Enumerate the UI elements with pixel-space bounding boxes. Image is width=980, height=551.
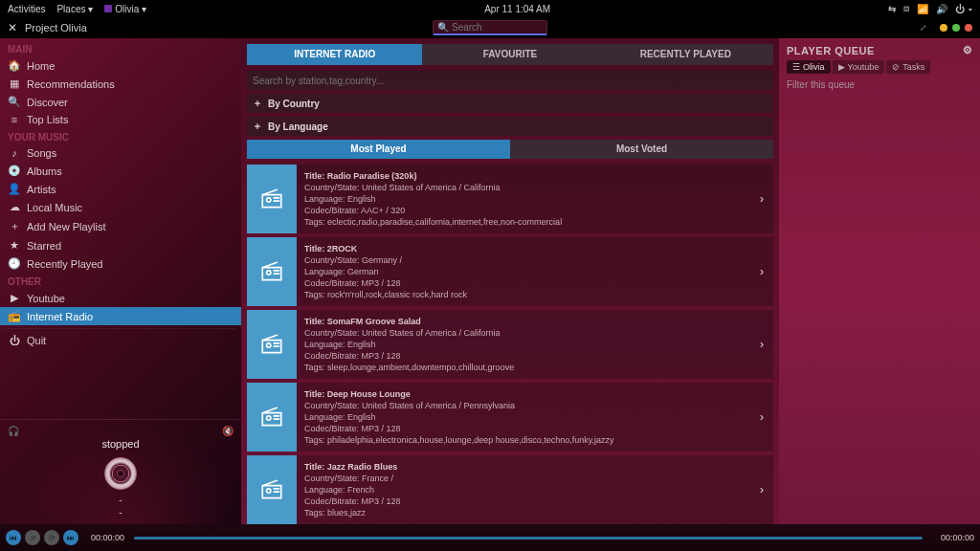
sidebar-item-albums[interactable]: 💿Albums (0, 162, 241, 180)
sidebar-item-toplists[interactable]: ≡Top Lists (0, 111, 241, 128)
station-search[interactable] (247, 71, 773, 90)
clock-icon: 🕘 (8, 257, 21, 270)
sidebar-item-quit[interactable]: ⏻Quit (0, 332, 241, 349)
track-title: - (8, 494, 234, 506)
icon-dropbox[interactable]: ⧈ (903, 3, 909, 14)
player-bar: ⏮ ⤭ ⟳ ⏭ 00:00:00 00:00:00 (0, 524, 980, 551)
sidebar-item-artists[interactable]: 👤Artists (0, 180, 241, 198)
icon-volume[interactable]: 🔊 (936, 4, 947, 14)
station-search-input[interactable] (253, 76, 768, 86)
gnome-top-bar: Activities Places ▾ Olivia ▾ Apr 11 1:04… (0, 0, 980, 17)
youtube-icon: ▶ (8, 292, 21, 304)
icon-power[interactable]: ⏻ ▾ (955, 4, 972, 14)
cloud-icon: ☁ (8, 201, 21, 213)
chevron-right-icon[interactable]: › (750, 237, 773, 306)
subtab-mostvoted[interactable]: Most Voted (510, 140, 773, 159)
window-titlebar: ✕ Project Olivia 🔍 ⤢ (0, 17, 980, 38)
list-icon: ≡ (8, 114, 21, 125)
gnome-system-tray[interactable]: ⇆ ⧈ 📶 🔊 ⏻ ▾ (888, 3, 972, 14)
tab-internet-radio[interactable]: INTERNET RADIO (247, 44, 422, 65)
player-shuffle-button[interactable]: ⤭ (25, 530, 40, 545)
tab-recently-played[interactable]: RECENTLY PLAYED (598, 44, 773, 65)
station-row[interactable]: Title: SomaFM Groove SaladCountry/State:… (247, 310, 773, 379)
icon-network[interactable]: 📶 (917, 4, 928, 14)
station-info: Title: 2ROCKCountry/State: Germany /Lang… (297, 237, 750, 306)
station-list: Title: Radio Paradise (320k)Country/Stat… (247, 165, 773, 524)
station-row[interactable]: Title: Radio Paradise (320k)Country/Stat… (247, 165, 773, 233)
player-repeat-button[interactable]: ⟳ (44, 530, 59, 545)
sidebar-item-addplaylist[interactable]: ＋Add New Playlist (0, 216, 241, 236)
player-next-button[interactable]: ⏭ (63, 530, 78, 545)
window-minimize[interactable] (940, 24, 947, 32)
gnome-places[interactable]: Places ▾ (56, 4, 93, 14)
station-row[interactable]: Title: Jazz Radio BluesCountry/State: Fr… (247, 455, 773, 524)
titlebar-search-input[interactable] (452, 22, 543, 33)
station-thumb (247, 455, 297, 524)
chevron-right-icon[interactable]: › (750, 165, 773, 233)
station-thumb (247, 237, 297, 306)
sidebar-item-recentlyplayed[interactable]: 🕘Recently Played (0, 254, 241, 273)
main-content: INTERNET RADIO FAVOURITE RECENTLY PLAYED… (241, 38, 779, 524)
sidebar-item-localmusic[interactable]: ☁Local Music (0, 198, 241, 216)
grid-icon: ▦ (8, 77, 21, 90)
search-icon: 🔍 (8, 96, 21, 108)
track-artist: - (8, 506, 234, 518)
gnome-app-menu[interactable]: Olivia ▾ (104, 4, 146, 14)
note-icon: ♪ (8, 147, 21, 159)
gear-icon[interactable]: ⚙ (963, 44, 973, 56)
sidebar-section-main: MAIN (0, 40, 241, 56)
sidebar-item-discover[interactable]: 🔍Discover (0, 93, 241, 111)
progress-bar[interactable] (134, 537, 923, 540)
queue-title: PLAYER QUEUE (787, 45, 875, 56)
radio-icon: 📻 (8, 310, 21, 322)
playback-status: stopped (8, 438, 234, 450)
gnome-activities[interactable]: Activities (8, 4, 45, 14)
window-close[interactable] (965, 24, 972, 32)
icon-vpn[interactable]: ⇆ (888, 4, 896, 14)
fullscreen-icon[interactable]: ⤢ (920, 23, 927, 33)
sidebar-item-starred[interactable]: ★Starred (0, 236, 241, 254)
sidebar-item-songs[interactable]: ♪Songs (0, 144, 241, 162)
sort-tabs: Most Played Most Voted (247, 140, 773, 159)
station-info: Title: Deep House LoungeCountry/State: U… (297, 383, 750, 452)
person-icon: 👤 (8, 183, 21, 195)
station-row[interactable]: Title: 2ROCKCountry/State: Germany /Lang… (247, 237, 773, 306)
station-row[interactable]: Title: Deep House LoungeCountry/State: U… (247, 383, 773, 452)
queue-tab-youtube[interactable]: ▶Youtube (833, 60, 885, 74)
filter-by-country[interactable]: ＋By Country (247, 94, 773, 113)
volume-icon[interactable]: 🔇 (222, 426, 234, 436)
player-queue-panel: PLAYER QUEUE ⚙ ☰Olivia ▶Youtube ⊘Tasks F… (779, 38, 980, 524)
sidebar-item-home[interactable]: 🏠Home (0, 56, 241, 75)
sidebar: MAIN 🏠Home ▦Recommendations 🔍Discover ≡T… (0, 38, 241, 524)
power-icon: ⏻ (8, 335, 21, 346)
queue-tab-tasks[interactable]: ⊘Tasks (886, 60, 930, 74)
chevron-right-icon[interactable]: › (750, 383, 773, 452)
home-icon: 🏠 (8, 59, 21, 72)
player-prev-button[interactable]: ⏮ (6, 530, 21, 545)
window-close-x[interactable]: ✕ (8, 21, 17, 34)
sidebar-item-recommendations[interactable]: ▦Recommendations (0, 75, 241, 93)
station-thumb (247, 165, 297, 233)
sidebar-section-yourmusic: YOUR MUSIC (0, 128, 241, 144)
station-info: Title: Radio Paradise (320k)Country/Stat… (297, 165, 750, 233)
queue-filter[interactable]: Filter this queue (787, 77, 972, 92)
plus-icon: ＋ (8, 219, 21, 233)
sidebar-divider (6, 328, 235, 329)
chevron-right-icon[interactable]: › (750, 310, 773, 379)
station-thumb (247, 310, 297, 379)
queue-tab-olivia[interactable]: ☰Olivia (787, 60, 831, 74)
headphones-icon: 🎧 (8, 426, 19, 436)
filter-by-language[interactable]: ＋By Language (247, 117, 773, 136)
chevron-right-icon[interactable]: › (750, 455, 773, 524)
content-tabs: INTERNET RADIO FAVOURITE RECENTLY PLAYED (247, 44, 773, 65)
sidebar-item-internetradio[interactable]: 📻Internet Radio (0, 307, 241, 325)
tab-favourite[interactable]: FAVOURITE (422, 44, 597, 65)
titlebar-search[interactable]: 🔍 (433, 20, 547, 35)
subtab-mostplayed[interactable]: Most Played (247, 140, 510, 159)
total-time: 00:00:00 (932, 533, 974, 542)
sidebar-item-youtube[interactable]: ▶Youtube (0, 289, 241, 307)
window-maximize[interactable] (952, 24, 960, 32)
station-info: Title: Jazz Radio BluesCountry/State: Fr… (297, 455, 750, 524)
sidebar-section-other: OTHER (0, 273, 241, 289)
disc-icon: 💿 (8, 165, 21, 177)
